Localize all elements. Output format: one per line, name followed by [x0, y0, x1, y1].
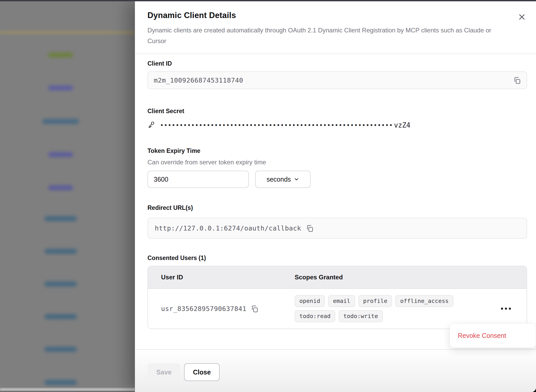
blurred-footer-edge — [0, 391, 135, 392]
blurred-row-text — [44, 216, 77, 221]
token-expiry-input[interactable] — [147, 171, 249, 188]
client-secret-masked: ••••••••••••••••••••••••••••••••••••••••… — [160, 122, 393, 129]
token-expiry-row: seconds — [147, 171, 527, 188]
client-id-value: m2m_100926687453118740 — [154, 77, 243, 84]
token-expiry-unit-select[interactable]: seconds — [255, 171, 311, 188]
client-id-label: Client ID — [147, 60, 527, 67]
blurred-row-text — [44, 249, 77, 254]
blurred-row-text — [44, 281, 77, 286]
copy-user-id-button[interactable] — [251, 305, 258, 313]
row-actions-menu-button[interactable] — [500, 305, 512, 312]
token-expiry-label: Token Expiry Time — [147, 147, 527, 154]
table-row: usr_83562895790637841 openidemailprofile… — [148, 289, 527, 328]
copy-redirect-url-button[interactable] — [306, 224, 313, 232]
modal-description: Dynamic clients are created automaticall… — [147, 25, 505, 46]
modal-header: Dynamic Client Details Dynamic clients a… — [135, 1, 536, 46]
close-icon — [517, 13, 526, 21]
blurred-banner — [0, 31, 135, 34]
blurred-row-text — [42, 119, 79, 124]
row-actions-cell — [490, 305, 527, 312]
modal-body: Client ID m2m_100926687453118740 Client … — [135, 54, 536, 329]
consented-users-table: User ID Scopes Granted usr_8356289579063… — [147, 266, 527, 329]
client-secret-suffix: vzZ4 — [394, 121, 410, 129]
redirect-url-value: http://127.0.0.1:6274/oauth/callback — [155, 224, 301, 232]
user-id-value: usr_83562895790637841 — [161, 305, 247, 313]
page-title: Dynamic Client Details — [147, 11, 505, 20]
blurred-row-text — [48, 152, 73, 157]
consented-users-label: Consented Users (1) — [147, 254, 527, 262]
blurred-row-text — [48, 185, 73, 190]
screen: Dynamic Client Details Dynamic clients a… — [0, 0, 536, 392]
revoke-consent-menu-item[interactable]: Revoke Consent — [450, 332, 506, 339]
ellipsis-icon — [501, 308, 503, 310]
blurred-footer — [0, 388, 135, 391]
copy-icon — [306, 224, 313, 232]
scope-chip: openid — [295, 295, 325, 307]
copy-icon — [513, 77, 521, 84]
blurred-row-text — [44, 314, 77, 319]
modal-footer: Save Close — [135, 349, 536, 392]
blurred-row-text — [48, 85, 73, 90]
client-secret-label: Client Secret — [147, 107, 527, 115]
key-icon — [147, 121, 155, 129]
table-header: User ID Scopes Granted — [148, 266, 527, 289]
dynamic-client-details-modal: Dynamic Client Details Dynamic clients a… — [135, 1, 536, 392]
scope-chip: todo:write — [339, 310, 383, 322]
copy-icon — [251, 305, 258, 313]
blurred-row-text — [44, 380, 77, 385]
redirect-url-label: Redirect URL(s) — [147, 204, 527, 211]
scope-chips: openidemailprofileoffline_accesstodo:rea… — [295, 289, 490, 328]
page-overlay-backdrop[interactable] — [0, 1, 135, 392]
client-id-field: m2m_100926687453118740 — [147, 71, 527, 89]
scope-chip: offline_access — [395, 295, 453, 307]
save-button[interactable]: Save — [147, 363, 180, 381]
scope-chip: email — [328, 295, 355, 307]
token-expiry-help: Can override from server token expiry ti… — [147, 159, 527, 166]
token-expiry-unit-value: seconds — [266, 176, 291, 183]
redirect-url-field: http://127.0.0.1:6274/oauth/callback — [147, 218, 527, 239]
window-top-bar — [0, 0, 536, 1]
scope-chip: profile — [358, 295, 392, 307]
blurred-row-text — [44, 347, 77, 352]
scope-chip: todo:read — [295, 310, 335, 322]
user-id-cell: usr_83562895790637841 — [148, 305, 295, 313]
close-footer-button[interactable]: Close — [184, 363, 220, 381]
column-header-user-id: User ID — [148, 274, 295, 281]
row-actions-menu: Revoke Consent — [450, 323, 536, 348]
column-header-scopes: Scopes Granted — [295, 274, 490, 281]
close-button[interactable] — [516, 11, 528, 23]
copy-client-id-button[interactable] — [513, 77, 521, 84]
client-secret-row: ••••••••••••••••••••••••••••••••••••••••… — [147, 120, 527, 130]
chevron-down-icon — [294, 176, 299, 182]
blurred-row-text — [48, 53, 73, 57]
